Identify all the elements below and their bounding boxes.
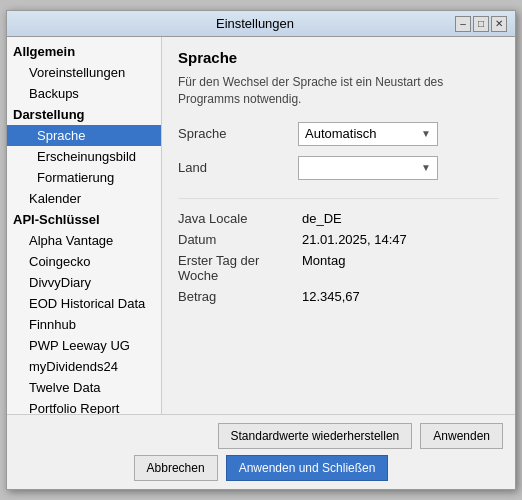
divider: [178, 198, 499, 199]
titlebar: Einstellungen – □ ✕: [7, 11, 515, 37]
sidebar-item-allgemein[interactable]: Allgemein: [7, 41, 161, 62]
info-val-betrag: 12.345,67: [302, 289, 499, 304]
restore-btn[interactable]: □: [473, 16, 489, 32]
restore-defaults-button[interactable]: Standardwerte wiederherstellen: [218, 423, 413, 449]
footer: Standardwerte wiederherstellen Anwenden …: [7, 414, 515, 489]
sidebar-item-sprache[interactable]: Sprache: [7, 125, 161, 146]
land-control: ▼: [298, 156, 499, 180]
info-key-betrag: Betrag: [178, 289, 298, 304]
footer-row-top: Standardwerte wiederherstellen Anwenden: [19, 423, 503, 449]
info-grid: Java Localede_DEDatum21.01.2025, 14:47Er…: [178, 211, 499, 304]
sidebar-item-voreinstellungen[interactable]: Voreinstellungen: [7, 62, 161, 83]
sidebar-item-backups[interactable]: Backups: [7, 83, 161, 104]
land-dropdown[interactable]: ▼: [298, 156, 438, 180]
sprache-dropdown[interactable]: Automatisch ▼: [298, 122, 438, 146]
info-val-erster-tag-der-woche: Montag: [302, 253, 499, 283]
sidebar-item-alpha-vantage[interactable]: Alpha Vantage: [7, 230, 161, 251]
sidebar: AllgemeinVoreinstellungenBackupsDarstell…: [7, 37, 162, 414]
sidebar-item-eod-historical-data[interactable]: EOD Historical Data: [7, 293, 161, 314]
settings-window: Einstellungen – □ ✕ AllgemeinVoreinstell…: [6, 10, 516, 490]
sprache-row: Sprache Automatisch ▼: [178, 122, 499, 146]
titlebar-controls: – □ ✕: [455, 16, 507, 32]
info-key-datum: Datum: [178, 232, 298, 247]
sidebar-item-finnhub[interactable]: Finnhub: [7, 314, 161, 335]
close-btn[interactable]: ✕: [491, 16, 507, 32]
info-val-java-locale: de_DE: [302, 211, 499, 226]
footer-row-bottom: Abbrechen Anwenden und Schließen: [19, 455, 503, 481]
land-row: Land ▼: [178, 156, 499, 180]
chevron-down-icon: ▼: [421, 128, 431, 139]
content-area: AllgemeinVoreinstellungenBackupsDarstell…: [7, 37, 515, 414]
sidebar-item-darstellung[interactable]: Darstellung: [7, 104, 161, 125]
sidebar-item-formatierung[interactable]: Formatierung: [7, 167, 161, 188]
sidebar-item-pwp-leeway-ug[interactable]: PWP Leeway UG: [7, 335, 161, 356]
chevron-down-icon-2: ▼: [421, 162, 431, 173]
sprache-value: Automatisch: [305, 126, 377, 141]
sidebar-item-mydividends24[interactable]: myDividends24: [7, 356, 161, 377]
page-title: Sprache: [178, 49, 499, 66]
sidebar-item-divvydiary[interactable]: DivvyDiary: [7, 272, 161, 293]
sidebar-item-kalender[interactable]: Kalender: [7, 188, 161, 209]
sidebar-item-coingecko[interactable]: Coingecko: [7, 251, 161, 272]
apply-button[interactable]: Anwenden: [420, 423, 503, 449]
sprache-control: Automatisch ▼: [298, 122, 499, 146]
minimize-btn[interactable]: –: [455, 16, 471, 32]
sprache-label: Sprache: [178, 126, 298, 141]
info-val-datum: 21.01.2025, 14:47: [302, 232, 499, 247]
cancel-button[interactable]: Abbrechen: [134, 455, 218, 481]
main-panel: Sprache Für den Wechsel der Sprache ist …: [162, 37, 515, 414]
sidebar-item-api-schluessel[interactable]: API-Schlüssel: [7, 209, 161, 230]
land-label: Land: [178, 160, 298, 175]
info-key-erster-tag-der-woche: Erster Tag der Woche: [178, 253, 298, 283]
info-key-java-locale: Java Locale: [178, 211, 298, 226]
sidebar-item-portfolio-report[interactable]: Portfolio Report: [7, 398, 161, 414]
sidebar-item-twelve-data[interactable]: Twelve Data: [7, 377, 161, 398]
window-title: Einstellungen: [55, 16, 455, 31]
apply-close-button[interactable]: Anwenden und Schließen: [226, 455, 389, 481]
sidebar-item-erscheinungsbild[interactable]: Erscheinungsbild: [7, 146, 161, 167]
info-text: Für den Wechsel der Sprache ist ein Neus…: [178, 74, 499, 108]
